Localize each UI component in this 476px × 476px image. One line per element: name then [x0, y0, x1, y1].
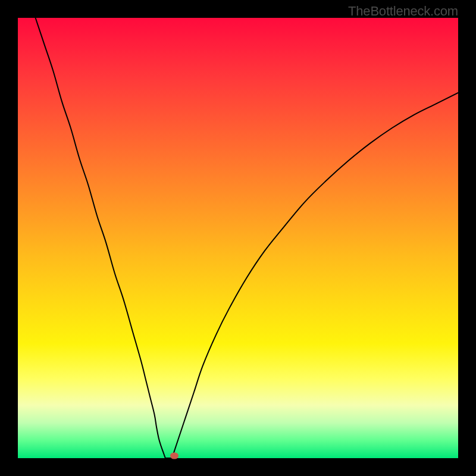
- chart-frame: TheBottleneck.com: [0, 0, 476, 476]
- curve-path: [36, 18, 458, 458]
- min-point-marker: [170, 452, 178, 459]
- watermark-text: TheBottleneck.com: [348, 4, 458, 19]
- bottleneck-curve: [18, 18, 458, 458]
- plot-area: [18, 18, 458, 458]
